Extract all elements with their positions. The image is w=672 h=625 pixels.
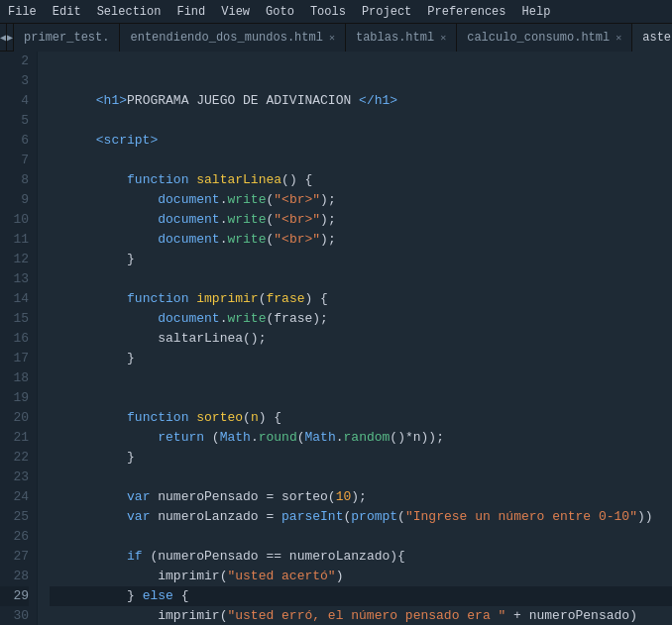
code-line-13: function imprimir(frase) {	[50, 269, 672, 289]
tab-close-tablas[interactable]: ✕	[440, 32, 446, 44]
line-numbers: 2 3 4 5 6 7 8 9 10 11 12 13 14 15 16 17 …	[0, 52, 38, 625]
menu-view[interactable]: View	[213, 2, 258, 22]
tab-tablas[interactable]: tablas.html ✕	[346, 24, 457, 52]
menu-goto[interactable]: Goto	[258, 2, 302, 22]
menubar: File Edit Selection Find View Goto Tools…	[0, 0, 672, 24]
code-line-22	[50, 448, 672, 468]
menu-edit[interactable]: Edit	[45, 2, 89, 22]
tab-close-entendiendo[interactable]: ✕	[329, 32, 335, 44]
tab-nav-prev[interactable]: ◀	[0, 24, 7, 52]
menu-file[interactable]: File	[0, 2, 45, 22]
tab-label: calculo_consumo.html	[467, 31, 610, 45]
menu-help[interactable]: Help	[514, 2, 559, 22]
tab-entendiendo[interactable]: entendiendo_dos_mundos.html ✕	[120, 24, 345, 52]
menu-preferences[interactable]: Preferences	[419, 2, 513, 22]
code-line-19: function sorteo(n) {	[50, 388, 672, 408]
code-area[interactable]: <h1>PROGRAMA JUEGO DE ADIVINACION </h1> …	[38, 52, 672, 625]
code-line-5: <script>	[50, 111, 672, 131]
code-line-12	[50, 250, 672, 269]
menu-selection[interactable]: Selection	[89, 2, 169, 22]
code-line-26: if (numeroPensado == numeroLanzado){	[50, 527, 672, 547]
tabbar: ◀ ▶ primer_test. entendiendo_dos_mundos.…	[0, 24, 672, 52]
tab-nav-next[interactable]: ▶	[7, 24, 14, 52]
tab-close-calculo[interactable]: ✕	[616, 32, 621, 44]
code-line-23: var numeroPensado = sorteo(10);	[50, 468, 672, 487]
tab-label: asteriscos.html	[642, 31, 672, 45]
menu-tools[interactable]: Tools	[302, 2, 354, 22]
code-line-18	[50, 368, 672, 388]
editor: 2 3 4 5 6 7 8 9 10 11 12 13 14 15 16 17 …	[0, 52, 672, 625]
menu-project[interactable]: Project	[354, 2, 419, 22]
tab-label: entendiendo_dos_mundos.html	[130, 31, 322, 45]
code-line-3: <h1>PROGRAMA JUEGO DE ADIVINACION </h1>	[50, 71, 672, 91]
code-line-2	[50, 52, 672, 71]
code-line-7: function saltarLinea() {	[50, 151, 672, 170]
code-line-17	[50, 349, 672, 368]
tab-asteriscos[interactable]: asteriscos.html ✕	[632, 24, 672, 52]
menu-find[interactable]: Find	[168, 2, 213, 22]
tab-calculo[interactable]: calculo_consumo.html ✕	[457, 24, 632, 52]
tab-label: tablas.html	[356, 31, 434, 45]
tab-label: primer_test.	[24, 31, 109, 45]
tab-primer-test[interactable]: primer_test.	[14, 24, 120, 52]
